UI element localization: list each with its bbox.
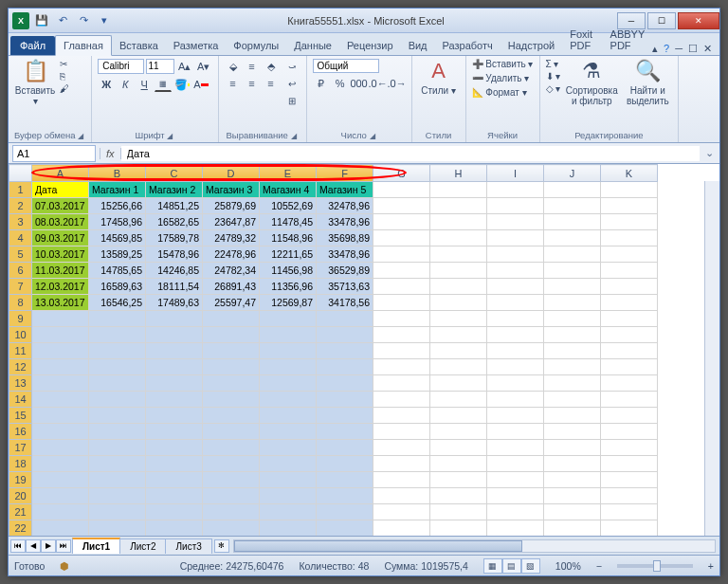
tab-nav-last-icon[interactable]: ⏭ (56, 539, 71, 553)
sheet-tab[interactable]: Лист1 (72, 538, 120, 554)
cell[interactable] (601, 472, 658, 488)
cell[interactable] (32, 424, 89, 440)
spreadsheet-grid[interactable]: ABCDEFGHIJK1ДатаМагазин 1Магазин 2Магази… (9, 164, 658, 536)
tab-nav-prev-icon[interactable]: ◀ (26, 539, 41, 553)
cell[interactable]: 16546,25 (89, 295, 146, 311)
cell[interactable] (544, 295, 601, 311)
cell[interactable]: 23647,87 (203, 214, 260, 230)
cell[interactable]: 22478,96 (203, 246, 260, 263)
cell[interactable]: 25879,69 (203, 198, 260, 214)
cell[interactable] (373, 311, 430, 327)
cell[interactable]: 12.03.2017 (32, 279, 89, 295)
align-launcher-icon[interactable]: ◢ (291, 132, 299, 140)
cell[interactable]: 11.03.2017 (32, 263, 89, 279)
cell[interactable] (601, 440, 658, 456)
cell[interactable] (203, 424, 260, 440)
clipboard-launcher-icon[interactable]: ◢ (78, 132, 85, 140)
cell[interactable] (32, 392, 89, 408)
cell[interactable] (373, 279, 430, 295)
row-header[interactable]: 7 (9, 279, 32, 295)
doc-close-icon[interactable]: ✕ (703, 43, 712, 55)
cell[interactable] (203, 488, 260, 504)
help-icon[interactable]: ? (664, 43, 669, 55)
cell[interactable] (601, 214, 658, 230)
ribbon-tab[interactable]: ABBYY PDF (603, 25, 653, 55)
cell[interactable]: 25597,47 (203, 295, 260, 311)
cell[interactable]: 17489,63 (146, 295, 203, 311)
row-header[interactable]: 2 (9, 198, 32, 214)
cell[interactable] (487, 182, 544, 198)
cell[interactable]: 13.03.2017 (32, 295, 89, 311)
cell[interactable]: Магазин 1 (89, 182, 146, 198)
file-tab[interactable]: Файл (10, 36, 55, 55)
cell[interactable] (89, 359, 146, 375)
cell[interactable] (32, 472, 89, 488)
cell[interactable] (260, 424, 317, 440)
cell[interactable] (373, 263, 430, 279)
column-header[interactable]: K (601, 165, 658, 182)
cell[interactable] (32, 456, 89, 472)
cell[interactable] (544, 520, 601, 537)
orientation-icon[interactable]: ⤻ (283, 59, 300, 74)
cell[interactable] (544, 198, 601, 214)
zoom-level[interactable]: 100% (555, 560, 581, 572)
column-header[interactable]: D (203, 165, 260, 182)
cell[interactable]: 18111,54 (146, 279, 203, 295)
cell[interactable]: Магазин 3 (203, 182, 260, 198)
cell[interactable] (146, 311, 203, 327)
cell[interactable] (146, 472, 203, 488)
bold-button[interactable]: Ж (98, 77, 115, 92)
row-header[interactable]: 14 (9, 392, 32, 408)
cell[interactable] (544, 488, 601, 504)
cell[interactable] (487, 408, 544, 424)
name-box[interactable] (12, 145, 96, 162)
decrease-decimal-icon[interactable]: .0→ (389, 76, 406, 91)
cell[interactable] (430, 359, 487, 375)
ribbon-tab[interactable]: Foxit PDF (562, 25, 602, 55)
cell[interactable] (373, 408, 430, 424)
ribbon-tab[interactable]: Формулы (226, 36, 286, 55)
cell[interactable] (373, 424, 430, 440)
cell[interactable] (430, 375, 487, 392)
cell[interactable] (146, 359, 203, 375)
cell[interactable] (373, 392, 430, 408)
cell[interactable] (32, 375, 89, 392)
cell[interactable] (146, 488, 203, 504)
cell[interactable] (430, 343, 487, 359)
cell[interactable]: 17458,96 (89, 214, 146, 230)
cell[interactable]: 11456,98 (260, 263, 317, 279)
cell[interactable] (601, 295, 658, 311)
cell[interactable] (373, 375, 430, 392)
cell[interactable] (317, 408, 373, 424)
cell[interactable] (373, 295, 430, 311)
zoom-in-button[interactable]: + (708, 560, 714, 572)
cell[interactable]: 24789,32 (203, 230, 260, 246)
cell[interactable] (430, 311, 487, 327)
cell[interactable] (601, 488, 658, 504)
sheet-tab[interactable]: Лист2 (119, 538, 166, 554)
row-header[interactable]: 19 (9, 472, 32, 488)
cell[interactable] (487, 327, 544, 343)
align-top-icon[interactable]: ⬙ (225, 59, 242, 74)
cell[interactable] (430, 488, 487, 504)
column-header[interactable]: H (430, 165, 487, 182)
row-header[interactable]: 12 (9, 359, 32, 375)
cell[interactable] (317, 311, 373, 327)
cell[interactable] (32, 343, 89, 359)
cell[interactable] (260, 408, 317, 424)
cell[interactable] (601, 198, 658, 214)
cell[interactable] (203, 440, 260, 456)
align-bottom-icon[interactable]: ⬘ (263, 59, 280, 74)
cell[interactable] (601, 263, 658, 279)
cell[interactable] (373, 327, 430, 343)
cell[interactable] (544, 424, 601, 440)
cell[interactable] (317, 392, 373, 408)
cell[interactable] (430, 440, 487, 456)
cell[interactable] (203, 408, 260, 424)
cell[interactable] (430, 198, 487, 214)
increase-decimal-icon[interactable]: .0← (370, 76, 387, 91)
formula-input[interactable] (121, 146, 700, 161)
cell[interactable] (487, 375, 544, 392)
cell[interactable] (544, 327, 601, 343)
cell[interactable] (373, 182, 430, 198)
